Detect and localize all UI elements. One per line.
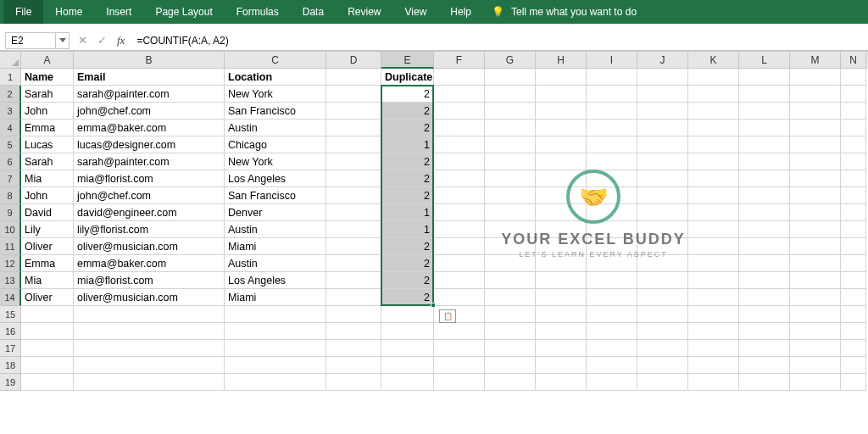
row-header-15[interactable]: 15 — [0, 306, 21, 323]
cell-K7[interactable] — [688, 170, 739, 187]
cell-F14[interactable] — [434, 289, 485, 306]
cell-M16[interactable] — [790, 323, 841, 340]
cell-I17[interactable] — [587, 340, 637, 357]
row-header-3[interactable]: 3 — [0, 103, 21, 120]
cell-I16[interactable] — [587, 323, 637, 340]
cell-E15[interactable] — [381, 306, 434, 323]
cell-B11[interactable]: oliver@musician.com — [74, 238, 225, 255]
cell-B3[interactable]: john@chef.com — [74, 103, 225, 120]
tell-me-text[interactable]: Tell me what you want to do — [511, 6, 637, 18]
cell-G7[interactable] — [485, 170, 536, 187]
cell-D16[interactable] — [326, 323, 381, 340]
cell-A13[interactable]: Mia — [21, 272, 74, 289]
cell-A7[interactable]: Mia — [21, 170, 74, 187]
cell-B7[interactable]: mia@florist.com — [74, 170, 225, 187]
cell-E18[interactable] — [381, 357, 434, 374]
cell-A16[interactable] — [21, 323, 74, 340]
cell-D3[interactable] — [326, 103, 381, 120]
cell-A4[interactable]: Emma — [21, 120, 74, 136]
row-header-8[interactable]: 8 — [0, 187, 21, 204]
cell-I14[interactable] — [587, 289, 637, 306]
cell-N6[interactable] — [841, 153, 866, 170]
cell-G5[interactable] — [485, 136, 536, 153]
cell-H6[interactable] — [536, 153, 587, 170]
cell-N10[interactable] — [841, 221, 866, 238]
cell-E8[interactable]: 2 — [381, 187, 434, 204]
cell-G6[interactable] — [485, 153, 536, 170]
col-header-E[interactable]: E — [381, 52, 434, 69]
cell-A17[interactable] — [21, 340, 74, 357]
col-header-K[interactable]: K — [688, 52, 739, 69]
col-header-B[interactable]: B — [74, 52, 225, 69]
cell-C5[interactable]: Chicago — [225, 136, 326, 153]
cell-J16[interactable] — [637, 323, 688, 340]
name-box[interactable]: E2 — [5, 32, 56, 49]
cell-C7[interactable]: Los Angeles — [225, 170, 326, 187]
ribbon-tab-page-layout[interactable]: Page Layout — [143, 0, 224, 24]
cell-C19[interactable] — [225, 374, 326, 391]
cell-M12[interactable] — [790, 255, 841, 272]
cell-G19[interactable] — [485, 374, 536, 391]
cell-B14[interactable]: oliver@musician.com — [74, 289, 225, 306]
cell-L13[interactable] — [739, 272, 790, 289]
cell-E6[interactable]: 2 — [381, 153, 434, 170]
col-header-I[interactable]: I — [587, 52, 637, 69]
row-header-5[interactable]: 5 — [0, 136, 21, 153]
cell-N1[interactable] — [841, 69, 866, 86]
row-header-2[interactable]: 2 — [0, 86, 21, 103]
cell-M10[interactable] — [790, 221, 841, 238]
cell-C11[interactable]: Miami — [225, 238, 326, 255]
cell-D12[interactable] — [326, 255, 381, 272]
cell-K9[interactable] — [688, 204, 739, 221]
cell-K6[interactable] — [688, 153, 739, 170]
cell-K16[interactable] — [688, 323, 739, 340]
cell-F9[interactable] — [434, 204, 485, 221]
cell-D17[interactable] — [326, 340, 381, 357]
cell-L2[interactable] — [739, 86, 790, 103]
cell-D7[interactable] — [326, 170, 381, 187]
cell-D5[interactable] — [326, 136, 381, 153]
cell-H17[interactable] — [536, 340, 587, 357]
cell-G14[interactable] — [485, 289, 536, 306]
cell-M7[interactable] — [790, 170, 841, 187]
cell-I8[interactable] — [587, 187, 637, 204]
ribbon-tab-formulas[interactable]: Formulas — [225, 0, 291, 24]
cell-K15[interactable] — [688, 306, 739, 323]
cell-M3[interactable] — [790, 103, 841, 120]
row-header-16[interactable]: 16 — [0, 323, 21, 340]
cell-G1[interactable] — [485, 69, 536, 86]
cell-A18[interactable] — [21, 357, 74, 374]
ribbon-tab-review[interactable]: Review — [336, 0, 392, 24]
cell-E17[interactable] — [381, 340, 434, 357]
col-header-A[interactable]: A — [21, 52, 74, 69]
cell-H13[interactable] — [536, 272, 587, 289]
cell-F12[interactable] — [434, 255, 485, 272]
cell-I18[interactable] — [587, 357, 637, 374]
row-header-9[interactable]: 9 — [0, 204, 21, 221]
cell-J4[interactable] — [637, 120, 688, 136]
cell-N8[interactable] — [841, 187, 866, 204]
cell-G11[interactable] — [485, 238, 536, 255]
cell-B16[interactable] — [74, 323, 225, 340]
cell-N19[interactable] — [841, 374, 866, 391]
row-header-12[interactable]: 12 — [0, 255, 21, 272]
cell-G17[interactable] — [485, 340, 536, 357]
cell-H19[interactable] — [536, 374, 587, 391]
cell-B18[interactable] — [74, 357, 225, 374]
cell-L11[interactable] — [739, 238, 790, 255]
cell-G12[interactable] — [485, 255, 536, 272]
cell-C12[interactable]: Austin — [225, 255, 326, 272]
ribbon-tab-insert[interactable]: Insert — [94, 0, 143, 24]
row-header-11[interactable]: 11 — [0, 238, 21, 255]
cell-E7[interactable]: 2 — [381, 170, 434, 187]
col-header-N[interactable]: N — [841, 52, 866, 69]
cell-E16[interactable] — [381, 323, 434, 340]
cell-J8[interactable] — [637, 187, 688, 204]
cell-M6[interactable] — [790, 153, 841, 170]
cell-J5[interactable] — [637, 136, 688, 153]
cell-C10[interactable]: Austin — [225, 221, 326, 238]
cell-J13[interactable] — [637, 272, 688, 289]
cell-H9[interactable] — [536, 204, 587, 221]
formula-input[interactable] — [133, 32, 868, 49]
col-header-H[interactable]: H — [536, 52, 587, 69]
